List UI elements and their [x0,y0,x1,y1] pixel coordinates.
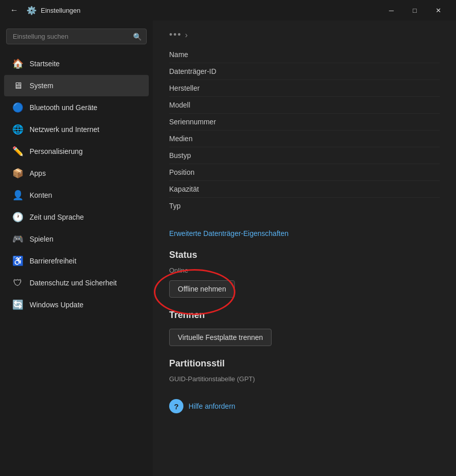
konten-icon: 👤 [12,190,23,201]
spielen-label: Spielen [30,235,53,243]
partition-section: Partitionsstil GUID-Partitionstabelle (G… [169,358,440,383]
search-input[interactable] [6,29,147,44]
breadcrumb-dots: ••• [169,30,182,40]
sidebar-item-barrierefreiheit[interactable]: ♿Barrierefreiheit [4,250,149,272]
startseite-label: Startseite [30,60,60,68]
app-title: Einstellungen [41,7,81,14]
minimize-button[interactable]: ─ [380,2,403,18]
info-row: Kapazität [169,181,440,198]
disconnect-button[interactable]: Virtuelle Festplatte trennen [169,329,272,346]
zeit-label: Zeit und Sprache [30,213,84,221]
personalisierung-icon: ✏️ [12,146,23,157]
breadcrumb: ••• › [169,20,440,46]
offline-button[interactable]: Offline nehmen [169,280,235,298]
offline-button-wrapper: Offline nehmen [169,278,235,298]
sidebar-item-spielen[interactable]: 🎮Spielen [4,228,149,250]
breadcrumb-arrow: › [185,31,187,40]
windows-update-icon: 🔄 [12,299,23,310]
search-icon: 🔍 [133,33,142,41]
partition-value: GUID-Partitionstabelle (GPT) [169,375,440,383]
netzwerk-icon: 🌐 [12,124,23,135]
info-row: Seriennummer [169,114,440,130]
back-button[interactable]: ← [6,4,22,17]
app-layout: 🔍 🏠Startseite🖥System🔵Bluetooth und Gerät… [0,20,456,476]
sidebar-item-startseite[interactable]: 🏠Startseite [4,53,149,74]
sidebar-item-zeit[interactable]: 🕐Zeit und Sprache [4,206,149,228]
nav-list: 🏠Startseite🖥System🔵Bluetooth und Geräte🌐… [0,52,153,316]
windows-update-label: Windows Update [30,301,84,309]
sidebar-item-personalisierung[interactable]: ✏️Personalisierung [4,141,149,162]
status-section: Status Online Offline nehmen [169,250,440,298]
sidebar: 🔍 🏠Startseite🖥System🔵Bluetooth und Gerät… [0,20,153,476]
close-button[interactable]: ✕ [426,2,450,18]
sidebar-item-netzwerk[interactable]: 🌐Netzwerk und Internet [4,119,149,140]
info-row: Name [169,46,440,63]
sidebar-item-konten[interactable]: 👤Konten [4,184,149,206]
info-rows-section: NameDatenträger-IDHerstellerModellSerien… [169,46,440,214]
barrierefreiheit-icon: ♿ [12,255,23,267]
settings-icon: ⚙️ [26,6,37,15]
info-row: Datenträger-ID [169,63,440,80]
disconnect-section: Trennen Virtuelle Festplatte trennen [169,310,440,346]
info-row: Modell [169,97,440,114]
sidebar-item-datenschutz[interactable]: 🛡Datenschutz und Sicherheit [4,272,149,294]
help-label: Hilfe anfordern [189,402,235,410]
system-label: System [30,82,53,90]
status-heading: Status [169,250,440,260]
sidebar-item-bluetooth[interactable]: 🔵Bluetooth und Geräte [4,97,149,118]
barrierefreiheit-label: Barrierefreiheit [30,257,76,265]
netzwerk-label: Netzwerk und Internet [30,125,99,134]
help-icon: ? [169,399,183,413]
window-controls: ─ □ ✕ [380,2,450,18]
titlebar: ← ⚙️ Einstellungen ─ □ ✕ [0,0,456,20]
status-value: Online [169,267,440,274]
konten-label: Konten [30,191,52,199]
info-row: Bustyp [169,147,440,164]
spielen-icon: 🎮 [12,233,23,245]
startseite-icon: 🏠 [12,58,23,69]
datenschutz-icon: 🛡 [12,277,23,288]
disconnect-heading: Trennen [169,310,440,321]
bluetooth-label: Bluetooth und Geräte [30,103,97,112]
info-row: Typ [169,198,440,214]
help-section[interactable]: ? Hilfe anfordern [169,399,440,413]
personalisierung-label: Personalisierung [30,147,83,155]
zeit-icon: 🕐 [12,211,23,223]
info-row: Hersteller [169,80,440,97]
main-content: ••• › NameDatenträger-IDHerstellerModell… [153,20,456,476]
datenschutz-label: Datenschutz und Sicherheit [30,279,117,287]
sidebar-item-apps[interactable]: 📦Apps [4,163,149,184]
partition-heading: Partitionsstil [169,358,440,369]
apps-label: Apps [30,169,46,177]
info-row: Position [169,164,440,181]
extended-properties-link[interactable]: Erweiterte Datenträger-Eigenschaften [169,229,288,237]
bluetooth-icon: 🔵 [12,102,23,113]
sidebar-item-windows-update[interactable]: 🔄Windows Update [4,294,149,315]
maximize-button[interactable]: □ [403,2,426,18]
search-box: 🔍 [6,29,147,44]
apps-icon: 📦 [12,168,23,179]
info-row: Medien [169,130,440,147]
sidebar-item-system[interactable]: 🖥System [4,75,149,96]
system-icon: 🖥 [12,80,23,91]
